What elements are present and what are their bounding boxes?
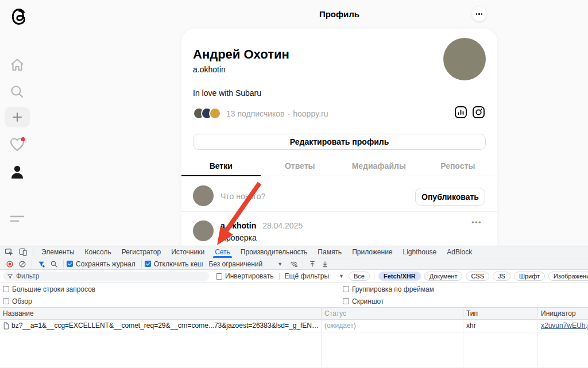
filter-icon[interactable] [35,259,48,269]
tab-reposts[interactable]: Репосты [419,160,498,176]
screen: Профиль Андрей Охотин a.okh [0,0,588,368]
publish-button[interactable]: Опубликовать [415,188,485,206]
checkbox-unchecked [3,298,9,304]
devtools-tab-memory[interactable]: Память [312,247,347,258]
followers-row[interactable]: 13 подписчиков · hooppy.ru [193,107,328,119]
export-har-icon[interactable] [319,259,331,269]
chip-css[interactable]: CSS [466,272,489,281]
profile-link[interactable]: hooppy.ru [293,109,328,118]
request-initiator-link[interactable]: x2uvun7wEUh.js [541,321,588,330]
chip-fetch-xhr[interactable]: Fetch/XHR [378,272,421,281]
checkbox-checked [67,261,73,267]
more-filters-label: Ещё фильтры [285,272,330,280]
preserve-log-label: Сохранять журнал [76,260,136,268]
invert-checkbox[interactable]: Инвертировать [216,272,274,280]
post-header: a.okhotin 28.04.2025 [220,221,303,230]
chip-image[interactable]: Изображение [548,272,588,281]
request-name: bz?__a=1&__ccg=EXCELLENT&__comet_req=29&… [11,320,322,332]
checkbox-unchecked [3,286,9,292]
profile-avatar[interactable] [443,38,486,80]
filter-input-box[interactable] [3,272,209,281]
group-by-frame-checkbox[interactable]: Группировка по фреймам [343,285,434,293]
header-more-button[interactable] [472,7,486,21]
tab-media[interactable]: Медиафайлы [339,160,419,176]
chip-js[interactable]: JS [493,272,510,281]
home-icon[interactable] [9,57,25,73]
devtools-tab-sources[interactable]: Источники [166,247,210,258]
instagram-icon[interactable] [472,106,485,119]
network-conditions-icon[interactable] [287,259,300,269]
request-type-chips: Все Fetch/XHR Документ CSS JS Шрифт Изоб… [349,272,588,281]
follower-avatars [193,107,221,119]
network-table-header: Название Статус Тип Инициатор [0,308,588,320]
checkbox-checked [145,261,151,267]
devtools-tab-application[interactable]: Приложение [347,247,397,258]
tab-replies[interactable]: Ответы [261,160,340,176]
invert-label: Инвертировать [225,272,274,280]
column-header-status[interactable]: Статус [322,308,463,319]
request-status: (ожидает) [322,320,463,332]
chip-document[interactable]: Документ [424,272,463,281]
followers-count: 13 подписчиков [226,109,285,118]
document-icon [3,322,9,330]
device-toolbar-icon[interactable] [16,247,30,257]
chevron-down-icon: ▼ [339,273,344,279]
record-icon[interactable] [3,259,16,269]
filter-input[interactable] [16,272,183,280]
post-more-icon[interactable]: ••• [471,218,482,227]
edit-profile-button[interactable]: Редактировать профиль [193,134,486,150]
devtools-tabbar: Элементы Консоль Регистратор Источники С… [0,246,588,258]
import-har-icon[interactable] [306,259,319,269]
devtools-tab-adblock[interactable]: AdBlock [442,247,477,258]
checkbox-unchecked [216,273,222,280]
network-request-row[interactable]: bz?__a=1&__ccg=EXCELLENT&__comet_req=29&… [0,320,588,332]
overview-checkbox[interactable]: Обзор [3,297,32,305]
group-by-frame-label: Группировка по фреймам [352,285,434,293]
clear-icon[interactable] [16,259,29,269]
network-search-icon[interactable] [48,259,60,269]
post-username[interactable]: a.okhotin [220,221,256,230]
more-filters-dropdown[interactable]: Ещё фильтры ▼ [285,272,345,280]
disable-cache-checkbox[interactable]: Отключить кеш [145,260,203,268]
profile-icon[interactable] [9,164,25,180]
devtools-tab-lighthouse[interactable]: Lighthouse [398,247,442,258]
throttling-select[interactable]: Без ограничений ▼ [208,260,283,268]
divider [0,367,588,367]
composer-placeholder[interactable]: Что нового? [220,192,265,201]
devtools-tab-console[interactable]: Консоль [80,247,117,258]
chip-font[interactable]: Шрифт [514,272,545,281]
threads-logo-icon[interactable] [8,6,30,28]
profile-tabs: Ветки Ответы Медиафайлы Репосты [181,160,497,176]
network-options-row-2: Обзор Скриншот [0,295,588,308]
disable-cache-label: Отключить кеш [154,260,203,268]
screenshots-checkbox[interactable]: Скриншот [343,297,384,305]
devtools-tab-performance[interactable]: Производительность [235,247,312,258]
devtools-tab-network[interactable]: Сеть [210,247,235,258]
tab-threads[interactable]: Ветки [181,160,261,176]
chip-all[interactable]: Все [349,272,370,281]
preserve-log-checkbox[interactable]: Сохранять журнал [67,260,136,268]
devtools-tab-elements[interactable]: Элементы [36,247,80,258]
plus-icon [12,112,22,122]
column-header-name[interactable]: Название [0,308,322,319]
network-filterbar: Инвертировать Ещё фильтры ▼ Все Fetch/XH… [0,270,588,283]
profile-username: a.okhotin [193,65,226,74]
search-icon[interactable] [9,84,25,100]
column-header-type[interactable]: Тип [463,308,538,319]
devtools-panel: Элементы Консоль Регистратор Источники С… [0,246,588,368]
post-avatar [193,220,214,241]
overview-label: Обзор [12,297,32,305]
devtools-tab-recorder[interactable]: Регистратор [117,247,167,258]
activity-heart-icon[interactable] [9,136,26,153]
big-request-rows-checkbox[interactable]: Большие строки запросов [3,285,95,293]
create-post-button[interactable] [5,107,30,127]
inspect-element-icon[interactable] [2,247,16,257]
column-header-initiator[interactable]: Инициатор [538,308,588,319]
checkbox-unchecked [343,286,349,292]
big-request-rows-label: Большие строки запросов [12,285,95,293]
chevron-down-icon: ▼ [277,261,283,267]
request-type: xhr [463,320,538,332]
profile-name: Андрей Охотин [193,47,289,62]
insights-icon[interactable] [454,106,467,119]
menu-icon[interactable] [9,210,26,227]
